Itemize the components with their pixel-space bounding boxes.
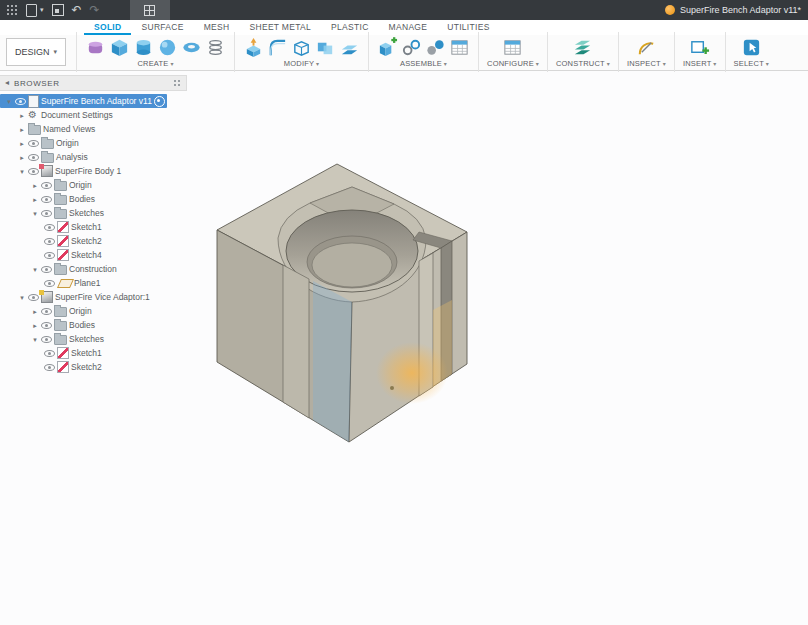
save-icon[interactable] (52, 4, 64, 16)
expand-arrow-icon[interactable] (18, 112, 26, 119)
tree-row-analysis[interactable]: Analysis (0, 150, 187, 164)
tab-surface[interactable]: SURFACE (131, 20, 193, 35)
model-left-rib[interactable] (283, 265, 309, 418)
panel-handle-icon[interactable] (174, 80, 181, 87)
visibility-eye-icon[interactable] (41, 307, 52, 316)
create-form-icon[interactable] (85, 37, 106, 58)
file-menu-icon[interactable] (26, 4, 37, 17)
tree-row-sketch4[interactable]: Sketch4 (0, 248, 187, 262)
expand-arrow-icon[interactable] (31, 336, 39, 343)
tab-utilities[interactable]: UTILITIES (437, 20, 499, 35)
expand-arrow-icon[interactable] (18, 154, 26, 161)
expand-arrow-icon[interactable] (31, 322, 39, 329)
inspect-dropdown[interactable]: INSPECT (627, 59, 666, 68)
redo-icon[interactable]: ↷ (90, 4, 100, 16)
visibility-eye-icon[interactable] (28, 139, 39, 148)
insert-canvas-icon[interactable] (689, 37, 710, 58)
tree-row-origin[interactable]: Origin (0, 178, 187, 192)
tab-solid[interactable]: SOLID (84, 20, 131, 35)
press-pull-icon[interactable] (243, 37, 264, 58)
select-dropdown[interactable]: SELECT (734, 59, 769, 68)
tree-row-sketches[interactable]: Sketches (0, 206, 187, 220)
create-dropdown[interactable]: CREATE (137, 59, 173, 68)
visibility-eye-icon[interactable] (41, 265, 52, 274)
browser-header[interactable]: ◂ BROWSER (0, 75, 187, 91)
tree-row-sketch2[interactable]: Sketch2 (0, 360, 187, 374)
fillet-icon[interactable] (267, 37, 288, 58)
file-menu-caret-icon[interactable]: ▾ (40, 6, 44, 14)
visibility-eye-icon[interactable] (44, 251, 55, 260)
visibility-eye-icon[interactable] (41, 209, 52, 218)
expand-arrow-icon[interactable] (31, 196, 39, 203)
tree-row-sketch1[interactable]: Sketch1 (0, 220, 187, 234)
parts-list-icon[interactable] (449, 37, 470, 58)
model-selected-face-tint[interactable] (313, 281, 352, 442)
tree-row-origin[interactable]: Origin (0, 304, 187, 318)
job-status-icon[interactable] (665, 5, 675, 15)
tab-plastic[interactable]: PLASTIC (321, 20, 379, 35)
expand-arrow-icon[interactable] (18, 168, 26, 175)
visibility-eye-icon[interactable] (44, 237, 55, 246)
sphere-icon[interactable] (157, 37, 178, 58)
model-bore-bottom[interactable] (312, 243, 392, 287)
construct-dropdown[interactable]: CONSTRUCT (556, 59, 610, 68)
activate-component-radio[interactable] (154, 96, 165, 107)
visibility-eye-icon[interactable] (41, 321, 52, 330)
document-tab[interactable] (130, 0, 170, 20)
construction-plane-icon[interactable] (572, 37, 593, 58)
visibility-eye-icon[interactable] (41, 335, 52, 344)
expand-arrow-icon[interactable] (31, 308, 39, 315)
tree-row-named-views[interactable]: Named Views (0, 122, 187, 136)
visibility-eye-icon[interactable] (41, 181, 52, 190)
expand-arrow-icon[interactable] (5, 98, 13, 105)
visibility-eye-icon[interactable] (41, 195, 52, 204)
visibility-eye-icon[interactable] (28, 293, 39, 302)
modify-dropdown[interactable]: MODIFY (284, 59, 319, 68)
configure-dropdown[interactable]: CONFIGURE (487, 59, 539, 68)
tree-row-root-component[interactable]: SuperFire Bench Adaptor v11 (0, 94, 167, 108)
tree-row-bodies[interactable]: Bodies (0, 318, 187, 332)
shell-icon[interactable] (291, 37, 312, 58)
expand-arrow-icon[interactable] (31, 266, 39, 273)
design-workspace-button[interactable]: DESIGN (6, 38, 66, 66)
tree-row-plane1[interactable]: Plane1 (0, 276, 187, 290)
visibility-eye-icon[interactable] (44, 363, 55, 372)
tree-row-origin[interactable]: Origin (0, 136, 187, 150)
visibility-eye-icon[interactable] (28, 167, 39, 176)
model-highlight-point[interactable] (390, 386, 394, 390)
visibility-eye-icon[interactable] (44, 223, 55, 232)
expand-arrow-icon[interactable] (31, 182, 39, 189)
app-grid-icon[interactable] (7, 5, 18, 16)
combine-icon[interactable] (315, 37, 336, 58)
visibility-eye-icon[interactable] (44, 349, 55, 358)
torus-icon[interactable] (181, 37, 202, 58)
assemble-dropdown[interactable]: ASSEMBLE (400, 59, 447, 68)
as-built-joint-icon[interactable] (425, 37, 446, 58)
select-cursor-icon[interactable] (741, 37, 762, 58)
tab-sheet-metal[interactable]: SHEET METAL (240, 20, 322, 35)
joint-icon[interactable] (401, 37, 422, 58)
tree-row-document-settings[interactable]: ⚙ Document Settings (0, 108, 187, 122)
tab-manage[interactable]: MANAGE (379, 20, 438, 35)
box-icon[interactable] (109, 37, 130, 58)
insert-dropdown[interactable]: INSERT (683, 59, 717, 68)
tree-row-bodies[interactable]: Bodies (0, 192, 187, 206)
measure-icon[interactable] (636, 37, 657, 58)
tree-row-sketch2[interactable]: Sketch2 (0, 234, 187, 248)
expand-arrow-icon[interactable] (18, 140, 26, 147)
visibility-eye-icon[interactable] (15, 97, 26, 106)
visibility-eye-icon[interactable] (44, 279, 55, 288)
visibility-eye-icon[interactable] (28, 153, 39, 162)
tab-mesh[interactable]: MESH (194, 20, 240, 35)
tree-row-construction[interactable]: Construction (0, 262, 187, 276)
expand-arrow-icon[interactable] (18, 294, 26, 301)
configuration-table-icon[interactable] (502, 37, 523, 58)
tree-row-sketches[interactable]: Sketches (0, 332, 187, 346)
expand-arrow-icon[interactable] (18, 126, 26, 133)
cylinder-icon[interactable] (133, 37, 154, 58)
offset-face-icon[interactable] (339, 37, 360, 58)
new-component-icon[interactable] (377, 37, 398, 58)
undo-icon[interactable]: ↶ (72, 4, 82, 16)
collapse-arrow-icon[interactable]: ◂ (5, 79, 9, 87)
expand-arrow-icon[interactable] (31, 210, 39, 217)
